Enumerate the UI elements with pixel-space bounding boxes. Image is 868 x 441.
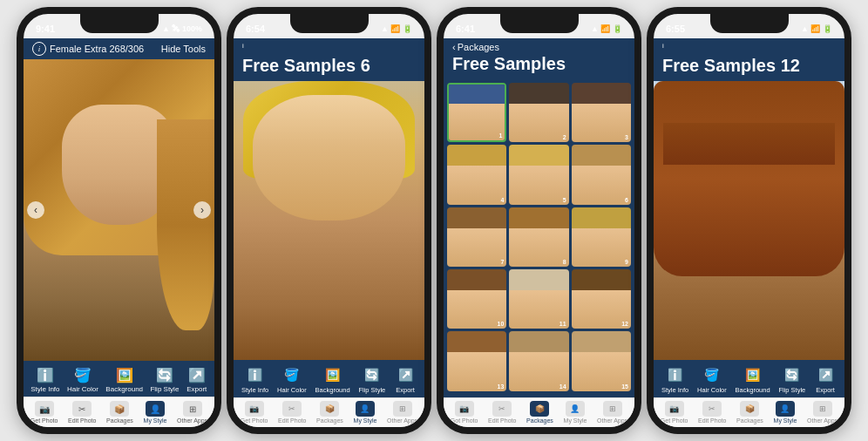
tab-edit-photo-2[interactable]: ✂ Edit Photo bbox=[278, 401, 306, 424]
grid-item-6[interactable]: 6 bbox=[572, 145, 631, 204]
grid-item-1-num: 1 bbox=[498, 132, 502, 139]
phone-1-time: 9:41 bbox=[36, 24, 55, 34]
grid-item-8-preview bbox=[509, 207, 568, 267]
tab-my-style-2[interactable]: 👤 My Style bbox=[354, 401, 377, 424]
phone-4-tab-bar: 📷 Get Photo ✂ Edit Photo 📦 Packages 👤 My… bbox=[654, 397, 844, 427]
prev-arrow[interactable]: ‹ bbox=[27, 201, 44, 219]
phone-4-toolbar: ℹ️ Style Info 🪣 Hair Color 🖼️ Background… bbox=[654, 360, 844, 397]
hair-color-btn[interactable]: 🪣 Hair Color bbox=[67, 366, 98, 393]
phone-4-background[interactable]: 🖼️ Background bbox=[736, 365, 770, 394]
grid-item-15-num: 15 bbox=[621, 383, 628, 390]
flip-style-icon-4: 🔄 bbox=[781, 365, 804, 384]
phone-1-tab-bar: 📷 Get Photo ✂ Edit Photo 📦 Packages 👤 My… bbox=[24, 397, 214, 427]
phone-1-toolbar-top: ℹ️ Style Info 🪣 Hair Color 🖼️ Background… bbox=[24, 361, 214, 397]
grid-item-9-num: 9 bbox=[625, 259, 628, 265]
grid-item-9[interactable]: 9 bbox=[572, 207, 631, 267]
phone-2-flip-style[interactable]: 🔄 Flip Style bbox=[358, 365, 385, 394]
tab-other-apps-3[interactable]: ⊞ Other Apps bbox=[597, 401, 627, 424]
phone-3-title: Free Samples bbox=[452, 54, 626, 74]
other-apps-tab[interactable]: ⊞ Other Apps bbox=[177, 401, 207, 424]
other-apps-icon-2: ⊞ bbox=[393, 401, 412, 417]
phone-4-export[interactable]: ↗️ Export bbox=[814, 365, 837, 394]
my-style-icon-3: 👤 bbox=[566, 401, 585, 417]
get-photo-tab[interactable]: 📷 Get Photo bbox=[31, 401, 58, 424]
grid-item-7[interactable]: 7 bbox=[447, 207, 506, 267]
grid-item-10[interactable]: 10 bbox=[447, 269, 506, 329]
grid-item-8-num: 8 bbox=[563, 259, 566, 265]
phone-2-header: i Free Samples 6 bbox=[234, 38, 424, 81]
hair-color-icon-2: 🪣 bbox=[281, 365, 303, 384]
tab-packages-4[interactable]: 📦 Packages bbox=[736, 401, 763, 424]
tab-get-photo-2[interactable]: 📷 Get Photo bbox=[241, 401, 268, 424]
tab-edit-photo-4[interactable]: ✂ Edit Photo bbox=[698, 401, 726, 424]
phone-2-background[interactable]: 🖼️ Background bbox=[315, 365, 350, 394]
phone-1: 9:41 ▲ 🛰 100% i Female Extra 268/306 Hid… bbox=[17, 7, 221, 434]
phone-2-title: Free Samples 6 bbox=[242, 56, 416, 76]
tab-get-photo-4[interactable]: 📷 Get Photo bbox=[661, 401, 688, 424]
background-btn[interactable]: 🖼️ Background bbox=[105, 366, 143, 393]
grid-item-2-num: 2 bbox=[563, 134, 566, 140]
my-style-icon-4: 👤 bbox=[776, 401, 795, 417]
phone-2-export[interactable]: ↗️ Export bbox=[394, 365, 417, 394]
grid-item-14-preview bbox=[509, 331, 568, 390]
next-arrow[interactable]: › bbox=[193, 201, 211, 219]
tab-edit-photo-3[interactable]: ✂ Edit Photo bbox=[488, 401, 516, 424]
grid-item-1[interactable]: 1 bbox=[447, 83, 506, 142]
tab-packages-3[interactable]: 📦 Packages bbox=[526, 401, 553, 424]
grid-item-8[interactable]: 8 bbox=[509, 207, 568, 267]
tab-got-photo-3[interactable]: 📷 Got Photo bbox=[451, 401, 478, 424]
tab-other-apps-4[interactable]: ⊞ Other Apps bbox=[807, 401, 837, 424]
grid-item-13[interactable]: 13 bbox=[447, 331, 506, 390]
bob-hair-outer bbox=[654, 81, 844, 276]
export-btn[interactable]: ↗️ Export bbox=[186, 366, 207, 393]
right-hair bbox=[157, 119, 214, 330]
grid-item-14[interactable]: 14 bbox=[509, 331, 568, 390]
face-layer-2 bbox=[253, 95, 405, 220]
grid-item-3-num: 3 bbox=[625, 134, 628, 140]
flip-style-icon-2: 🔄 bbox=[361, 365, 383, 384]
hide-tools-button[interactable]: Hide Tools bbox=[161, 44, 206, 54]
phone-2-notch bbox=[290, 14, 369, 33]
flip-style-btn[interactable]: 🔄 Flip Style bbox=[150, 366, 179, 393]
back-button[interactable]: ‹ Packages bbox=[452, 42, 626, 52]
grid-item-12[interactable]: 12 bbox=[572, 269, 631, 329]
grid-item-3[interactable]: 3 bbox=[572, 83, 631, 142]
nav-arrows: ‹ › bbox=[24, 201, 214, 219]
grid-item-4-num: 4 bbox=[500, 197, 504, 203]
other-apps-icon-4: ⊞ bbox=[813, 401, 832, 417]
tab-other-apps-2[interactable]: ⊞ Other Apps bbox=[387, 401, 417, 424]
tab-packages-2[interactable]: 📦 Packages bbox=[316, 401, 343, 424]
phone-1-photo: ‹ › bbox=[24, 59, 214, 361]
phone-4-photo bbox=[654, 81, 844, 360]
packages-tab[interactable]: 📦 Packages bbox=[106, 401, 133, 424]
style-info-btn[interactable]: ℹ️ Style Info bbox=[31, 366, 59, 393]
grid-item-2[interactable]: 2 bbox=[509, 83, 568, 142]
grid-item-15[interactable]: 15 bbox=[572, 331, 631, 390]
grid-item-14-num: 14 bbox=[559, 383, 566, 390]
phones-container: 9:41 ▲ 🛰 100% i Female Extra 268/306 Hid… bbox=[10, 0, 858, 441]
phone-4-info-icon[interactable]: i bbox=[662, 42, 675, 54]
edit-icon-4: ✂ bbox=[702, 401, 722, 417]
my-style-tab[interactable]: 👤 My Style bbox=[144, 401, 167, 424]
phone-3-grid: 1 2 3 4 5 bbox=[444, 79, 634, 397]
grid-item-4[interactable]: 4 bbox=[447, 145, 506, 204]
phone-4-style-info[interactable]: ℹ️ Style Info bbox=[661, 365, 688, 394]
tab-my-style-4[interactable]: 👤 My Style bbox=[774, 401, 797, 424]
grid-item-5[interactable]: 5 bbox=[509, 145, 568, 204]
phone-4-flip-style[interactable]: 🔄 Flip Style bbox=[778, 365, 805, 394]
phone-4-hair-color[interactable]: 🪣 Hair Color bbox=[697, 365, 727, 394]
grid-item-7-preview bbox=[447, 207, 506, 267]
info-icon[interactable]: i bbox=[32, 42, 46, 56]
camera-icon: 📷 bbox=[35, 401, 54, 417]
phone-2-style-info[interactable]: ℹ️ Style Info bbox=[241, 365, 268, 394]
phone-4: 6:55 ▲ 📶 🔋 i Free Samples 12 ℹ️ Styl bbox=[647, 7, 851, 434]
phone-2-info-icon[interactable]: i bbox=[242, 42, 254, 54]
export-icon: ↗️ bbox=[186, 366, 207, 383]
phone-2-hair-color[interactable]: 🪣 Hair Color bbox=[277, 365, 307, 394]
grid-item-13-preview bbox=[447, 331, 506, 390]
edit-photo-tab[interactable]: ✂ Edit Photo bbox=[68, 401, 96, 424]
tab-my-style-3[interactable]: 👤 My Style bbox=[564, 401, 587, 424]
grid-item-11[interactable]: 11 bbox=[509, 269, 568, 329]
grid-item-13-num: 13 bbox=[498, 383, 505, 390]
background-icon: 🖼️ bbox=[114, 366, 135, 383]
